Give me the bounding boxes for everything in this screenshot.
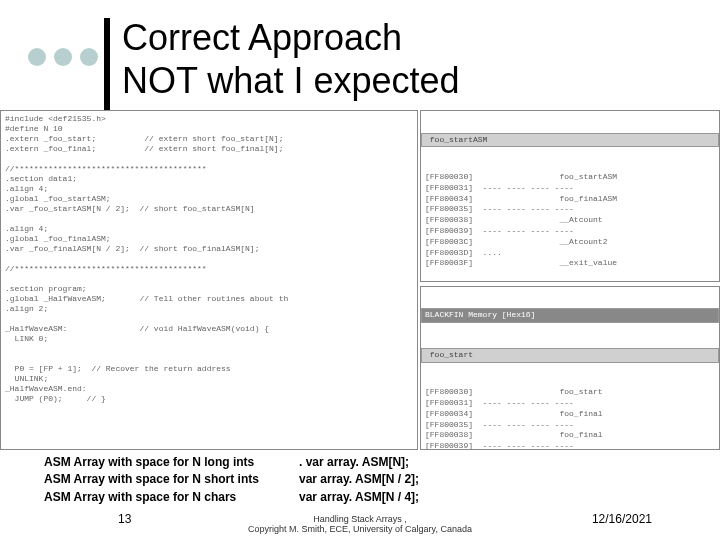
slide-title: Correct Approach NOT what I expected — [122, 16, 460, 102]
memory-pane-bottom: BLACKFIN Memory [Hex16] foo_start [FF800… — [420, 286, 720, 450]
annotation-row: ASM Array with space for N short ints va… — [44, 471, 419, 488]
slide: Correct Approach NOT what I expected #in… — [0, 0, 720, 540]
memory-bottom-input[interactable]: foo_start — [421, 348, 719, 363]
annotation-row: ASM Array with space for N chars var arr… — [44, 489, 419, 506]
memory-top-content: [FF800030] foo_startASM [FF800031] ---- … — [425, 172, 715, 269]
copyright-line-2: Copyright M. Smith, ECE, University of C… — [248, 524, 472, 534]
dot-icon — [54, 48, 72, 66]
annotation-code: . var array. ASM[N]; — [299, 454, 409, 471]
annotation-label: ASM Array with space for N long ints — [44, 454, 299, 471]
copyright-line-1: Handling Stack Arrays , — [313, 514, 407, 524]
title-area: Correct Approach NOT what I expected — [0, 8, 720, 66]
annotation-row: ASM Array with space for N long ints . v… — [44, 454, 419, 471]
annotation-code: var array. ASM[N / 2]; — [299, 471, 419, 488]
memory-panes-column: foo_startASM [FF800030] foo_startASM [FF… — [420, 110, 720, 450]
annotation-label: ASM Array with space for N chars — [44, 489, 299, 506]
title-line-2: NOT what I expected — [122, 60, 460, 101]
footer-annotations: ASM Array with space for N long ints . v… — [44, 454, 419, 506]
code-screenshot-area: #include <def21535.h> #define N 10 .exte… — [0, 110, 720, 450]
dot-icon — [80, 48, 98, 66]
memory-bottom-content: [FF800030] foo_start [FF800031] ---- ---… — [425, 387, 715, 450]
source-code-pane: #include <def21535.h> #define N 10 .exte… — [0, 110, 418, 450]
memory-bottom-title: BLACKFIN Memory [Hex16] — [421, 308, 719, 323]
dot-icon — [28, 48, 46, 66]
annotation-code: var array. ASM[N / 4]; — [299, 489, 419, 506]
vertical-divider — [104, 18, 110, 110]
memory-pane-top: foo_startASM [FF800030] foo_startASM [FF… — [420, 110, 720, 282]
annotation-label: ASM Array with space for N short ints — [44, 471, 299, 488]
slide-date: 12/16/2021 — [592, 512, 652, 526]
decorative-dots — [28, 48, 98, 66]
title-line-1: Correct Approach — [122, 17, 402, 58]
memory-top-input[interactable]: foo_startASM — [421, 133, 719, 148]
